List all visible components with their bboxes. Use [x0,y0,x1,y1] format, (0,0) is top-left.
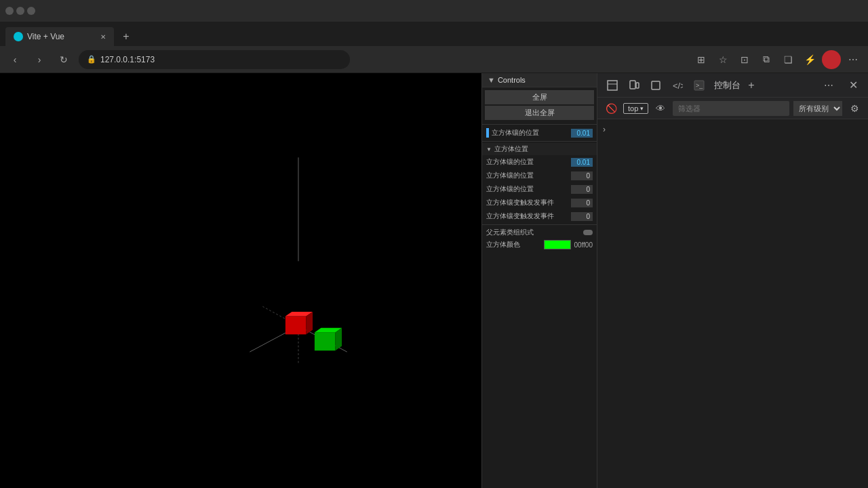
row-3-label: 立方体镶变触发发事件 [486,198,568,207]
controls-button-row: 全屏 退出全屏 [482,87,597,123]
section-arrow: ▼ [486,146,492,152]
exit-fullscreen-button[interactable]: 退出全屏 [485,106,594,120]
ctrl-row-1: 立方体镶的位置 0 [482,169,597,182]
code-button[interactable]: </> [668,76,687,95]
controls-collapse-arrow[interactable]: ▼ [488,76,495,84]
toggle-row: 父元素类组织式 [482,226,597,239]
title-bar [0,0,868,22]
svg-rect-14 [630,81,635,89]
top-context-selector[interactable]: top ▾ [623,103,648,114]
top-label: top [628,104,638,113]
tab-groups-button[interactable]: ⧉ [757,50,776,69]
browser-ext[interactable]: ⚡ [800,50,819,69]
tab-bar: Vite + Vue ✕ + [0,22,868,46]
devtools-secondary-toolbar: 🚫 top ▾ 👁 所有级别 ⚙ [597,98,868,119]
ctrl-row-2: 立方体镶的位置 0 [482,182,597,196]
separator-1 [482,124,597,125]
toggle-indicator[interactable] [583,230,593,235]
device-mode-button[interactable] [625,76,644,95]
svg-text:>_: >_ [696,82,703,89]
row-1-label: 立方体镶的位置 [486,171,568,180]
devtools-close-button[interactable]: ✕ [844,76,863,95]
canvas-area: ▼ Controls 全屏 退出全屏 立方体镶的位置 0.01 ▼ [0,73,597,488]
toggle-label: 父元素类组织式 [486,228,580,237]
forward-button[interactable]: › [30,50,49,69]
color-swatch[interactable] [544,240,571,249]
lock-icon: 🔒 [87,55,96,64]
browser-frame: Vite + Vue ✕ + ‹ › ↻ 🔒 127.0.0.1:5173 ⊞ … [0,0,868,488]
separator-2 [482,141,597,142]
refresh-button[interactable]: ↻ [54,50,73,69]
row-2-value: 0 [571,185,593,194]
controls-title: Controls [498,76,526,84]
toolbar-right: ⊞ ☆ ⊡ ⧉ ❏ ⚡ ⋯ [692,50,863,69]
dup-button[interactable]: ❏ [778,50,797,69]
maximize-button[interactable] [16,7,24,15]
row-1-value: 0 [571,171,593,180]
extensions-button[interactable]: ⊞ [692,50,711,69]
window-controls [5,7,35,15]
menu-button[interactable]: ⋯ [844,50,863,69]
fullscreen-button[interactable]: 全屏 [485,90,594,104]
svg-rect-6 [285,317,307,335]
svg-text:</>: </> [673,81,683,91]
top-dropdown-arrow: ▾ [640,105,644,112]
tab-favicon [14,32,23,41]
elements-button[interactable] [646,76,665,95]
console-icon[interactable]: >_ [690,76,709,95]
svg-rect-15 [636,83,639,88]
inspect-element-button[interactable] [603,76,622,95]
slider-indicator [486,128,489,138]
svg-rect-9 [315,333,336,351]
color-row: 立方体颜色 00ff00 [482,239,597,251]
ban-button[interactable]: 🚫 [603,100,619,117]
controls-panel: ▼ Controls 全屏 退出全屏 立方体镶的位置 0.01 ▼ [481,73,597,488]
devtools-panel: </> >_ 控制台 + ⋯ ✕ 🚫 top ▾ 👁 [597,73,868,488]
color-label: 立方体颜色 [486,240,541,249]
new-tab-button[interactable]: + [117,27,136,46]
svg-rect-12 [608,81,617,90]
svg-rect-16 [652,81,660,89]
cube-pos-value-top: 0.01 [571,129,593,138]
cube-pos-label-top: 立方体镶的位置 [492,128,568,138]
row-0-value: 0.01 [571,158,593,167]
tree-expand-arrow[interactable]: › [600,122,865,137]
section-title: 立方体位置 [494,144,528,154]
devtools-title: 控制台 [714,79,741,92]
devtools-more-button[interactable]: ⋯ [819,76,838,95]
add-panel-button[interactable]: + [743,77,760,94]
tab-title: Vite + Vue [27,32,64,41]
row-4-value: 0 [571,212,593,221]
profile-button[interactable] [822,50,841,69]
close-tab-button[interactable]: ✕ [100,33,106,41]
url-input[interactable]: 🔒 127.0.0.1:5173 [79,50,350,69]
url-text: 127.0.0.1:5173 [100,55,155,64]
separator-3 [482,224,597,225]
favorites-button[interactable]: ☆ [713,50,732,69]
color-hex: 00ff00 [574,241,593,249]
log-level-select[interactable]: 所有级别 [793,101,842,116]
row-4-label: 立方体镶变触发发事件 [486,211,568,221]
ctrl-row-0: 立方体镶的位置 0.01 [482,155,597,169]
browser-tab[interactable]: Vite + Vue ✕ [5,27,114,46]
controls-header: ▼ Controls [482,73,597,87]
row-0-label: 立方体镶的位置 [486,157,568,167]
ctrl-row-3: 立方体镶变触发发事件 0 [482,196,597,209]
close-window-button[interactable] [27,7,35,15]
devtools-settings-button[interactable]: ⚙ [846,100,863,117]
main-area: ▼ Controls 全屏 退出全屏 立方体镶的位置 0.01 ▼ [0,73,868,488]
minimize-button[interactable] [5,7,14,15]
eye-button[interactable]: 👁 [652,100,669,117]
ctrl-row-4: 立方体镶变触发发事件 0 [482,209,597,223]
devtools-toolbar: </> >_ 控制台 + ⋯ ✕ [597,73,868,98]
console-filter-input[interactable] [673,101,789,116]
back-button[interactable]: ‹ [5,50,24,69]
section-cube-pos[interactable]: ▼ 立方体位置 [482,143,597,155]
devtools-content: › [597,119,868,488]
ctrl-row-cube-pos-top: 立方体镶的位置 0.01 [482,126,597,140]
address-bar: ‹ › ↻ 🔒 127.0.0.1:5173 ⊞ ☆ ⊡ ⧉ ❏ ⚡ ⋯ [0,46,868,73]
row-2-label: 立方体镶的位置 [486,184,568,194]
row-3-value: 0 [571,199,593,207]
collections-button[interactable]: ⊡ [735,50,754,69]
